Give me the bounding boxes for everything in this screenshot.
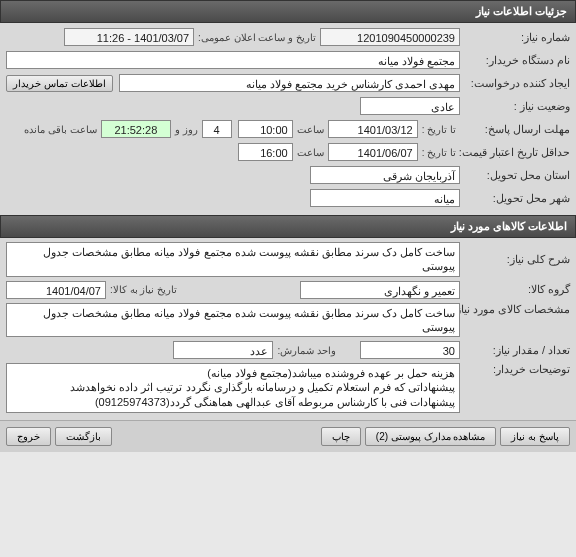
time-label-1: ساعت — [293, 124, 328, 135]
goods-desc-label: شرح کلی نیاز: — [460, 253, 570, 266]
city-value: میانه — [310, 189, 460, 207]
need-status-value: عادی — [360, 97, 460, 115]
print-button[interactable]: چاپ — [321, 427, 361, 446]
goods-spec-value: ساخت کامل دک سرند مطابق نقشه پیوست شده م… — [6, 303, 460, 338]
exit-button[interactable]: خروج — [6, 427, 51, 446]
goods-group-label: گروه کالا: — [460, 283, 570, 296]
valid-date-value: 1401/06/07 — [328, 143, 418, 161]
need-date-label: تاریخ نیاز به کالا: — [106, 284, 181, 295]
need-info-header: جزئیات اطلاعات نیاز — [0, 0, 576, 23]
deadline-time-value: 10:00 — [238, 120, 293, 138]
reply-button[interactable]: پاسخ به نیاز — [500, 427, 570, 446]
need-no-value: 1201090450000239 — [320, 28, 460, 46]
footer-toolbar: پاسخ به نیاز مشاهده مدارک پیوستی (2) چاپ… — [0, 420, 576, 452]
to-date-label-1: تا تاریخ : — [418, 124, 460, 135]
reply-deadline-label: مهلت ارسال پاسخ: — [460, 123, 570, 136]
need-info-body: شماره نیاز: 1201090450000239 تاریخ و ساع… — [0, 23, 576, 215]
buyer-name-value: مجتمع فولاد میانه — [6, 51, 460, 69]
back-button[interactable]: بازگشت — [55, 427, 112, 446]
day-and-label: روز و — [171, 124, 202, 135]
valid-time-value: 16:00 — [238, 143, 293, 161]
goods-info-body: شرح کلی نیاز: ساخت کامل دک سرند مطابق نق… — [0, 238, 576, 420]
remain-time-value: 21:52:28 — [101, 120, 171, 138]
remain-label: ساعت باقی مانده — [20, 124, 101, 135]
deadline-date-value: 1401/03/12 — [328, 120, 418, 138]
announce-dt-value: 1401/03/07 - 11:26 — [64, 28, 194, 46]
unit-value: عدد — [173, 341, 273, 359]
announce-dt-label: تاریخ و ساعت اعلان عمومی: — [194, 32, 320, 43]
price-valid-label: حداقل تاریخ اعتبار قیمت: — [460, 146, 570, 159]
goods-spec-label: مشخصات کالای مورد نیاز: — [460, 303, 570, 316]
buyer-name-label: نام دستگاه خریدار: — [460, 54, 570, 67]
buyer-notes-value: هزینه حمل بر عهده فروشنده میباشد(مجتمع ف… — [6, 363, 460, 413]
need-no-label: شماره نیاز: — [460, 31, 570, 44]
contact-buyer-button[interactable]: اطلاعات تماس خریدار — [6, 75, 113, 92]
buyer-notes-label: توضیحات خریدار: — [460, 363, 570, 376]
to-date-label-2: تا تاریخ : — [418, 147, 460, 158]
time-label-2: ساعت — [293, 147, 328, 158]
city-label: شهر محل تحویل: — [460, 192, 570, 205]
unit-label: واحد شمارش: — [273, 345, 340, 356]
qty-label: تعداد / مقدار نیاز: — [460, 344, 570, 357]
goods-info-header: اطلاعات کالاهای مورد نیاز — [0, 215, 576, 238]
attachments-button[interactable]: مشاهده مدارک پیوستی (2) — [365, 427, 497, 446]
need-status-label: وضعیت نیاز : — [460, 100, 570, 113]
remain-days-value: 4 — [202, 120, 232, 138]
creator-value: مهدی احمدی کارشناس خرید مجتمع فولاد میان… — [119, 74, 460, 92]
province-value: آذربایجان شرقی — [310, 166, 460, 184]
goods-group-value: تعمیر و نگهداری — [300, 281, 460, 299]
qty-value: 30 — [360, 341, 460, 359]
goods-desc-value: ساخت کامل دک سرند مطابق نقشه پیوست شده م… — [6, 242, 460, 277]
need-date-value: 1401/04/07 — [6, 281, 106, 299]
province-label: استان محل تحویل: — [460, 169, 570, 182]
creator-label: ایجاد کننده درخواست: — [460, 77, 570, 90]
